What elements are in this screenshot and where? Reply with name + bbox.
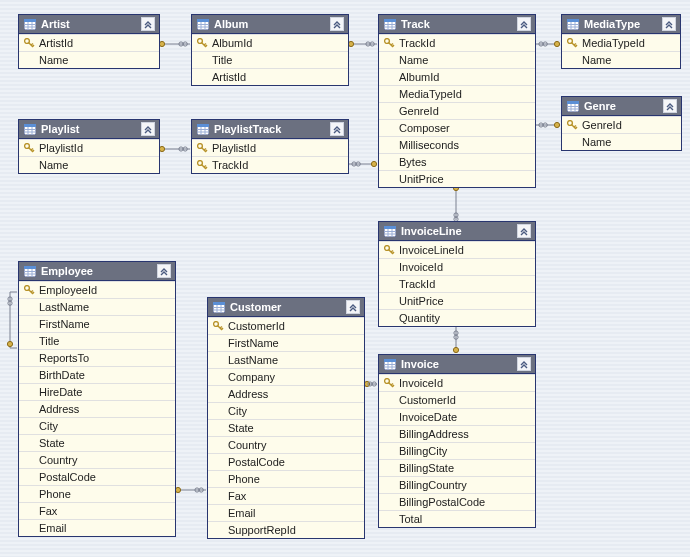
column-row[interactable]: Name — [562, 133, 681, 150]
entity-invoiceline[interactable]: InvoiceLineInvoiceLineIdInvoiceIdTrackId… — [378, 221, 536, 327]
column-row[interactable]: AlbumId — [379, 68, 535, 85]
column-row[interactable]: TrackId — [379, 275, 535, 292]
column-row[interactable]: LastName — [19, 298, 175, 315]
entity-header[interactable]: Album — [192, 15, 348, 34]
key-slot — [383, 122, 395, 134]
collapse-icon[interactable] — [330, 17, 344, 31]
key-slot — [23, 335, 35, 347]
entity-header[interactable]: Employee — [19, 262, 175, 281]
column-row[interactable]: MediaTypeId — [562, 34, 680, 51]
entity-header[interactable]: PlaylistTrack — [192, 120, 348, 139]
primary-key-icon — [566, 119, 578, 131]
column-row[interactable]: BillingAddress — [379, 425, 535, 442]
column-row[interactable]: ArtistId — [192, 68, 348, 85]
entity-playlist[interactable]: PlaylistPlaylistIdName — [18, 119, 160, 174]
column-row[interactable]: UnitPrice — [379, 170, 535, 187]
collapse-icon[interactable] — [346, 300, 360, 314]
entity-header[interactable]: Track — [379, 15, 535, 34]
entity-track[interactable]: TrackTrackIdNameAlbumIdMediaTypeIdGenreI… — [378, 14, 536, 188]
column-row[interactable]: City — [208, 402, 364, 419]
entity-header[interactable]: MediaType — [562, 15, 680, 34]
column-row[interactable]: AlbumId — [192, 34, 348, 51]
column-row[interactable]: UnitPrice — [379, 292, 535, 309]
column-row[interactable]: HireDate — [19, 383, 175, 400]
entity-artist[interactable]: ArtistArtistIdName — [18, 14, 160, 69]
collapse-icon[interactable] — [141, 17, 155, 31]
entity-mediatype[interactable]: MediaTypeMediaTypeIdName — [561, 14, 681, 69]
collapse-icon[interactable] — [517, 357, 531, 371]
column-row[interactable]: InvoiceId — [379, 374, 535, 391]
collapse-icon[interactable] — [141, 122, 155, 136]
column-row[interactable]: Phone — [19, 485, 175, 502]
column-row[interactable]: Address — [19, 400, 175, 417]
column-row[interactable]: State — [208, 419, 364, 436]
column-row[interactable]: TrackId — [192, 156, 348, 173]
column-row[interactable]: PostalCode — [19, 468, 175, 485]
column-row[interactable]: InvoiceId — [379, 258, 535, 275]
column-row[interactable]: PostalCode — [208, 453, 364, 470]
column-row[interactable]: Quantity — [379, 309, 535, 326]
collapse-icon[interactable] — [663, 99, 677, 113]
column-row[interactable]: BillingState — [379, 459, 535, 476]
column-row[interactable]: Title — [192, 51, 348, 68]
column-row[interactable]: InvoiceDate — [379, 408, 535, 425]
column-row[interactable]: InvoiceLineId — [379, 241, 535, 258]
entity-header[interactable]: Genre — [562, 97, 681, 116]
column-row[interactable]: TrackId — [379, 34, 535, 51]
entity-header[interactable]: InvoiceLine — [379, 222, 535, 241]
column-row[interactable]: Name — [19, 51, 159, 68]
column-row[interactable]: EmployeeId — [19, 281, 175, 298]
column-row[interactable]: FirstName — [19, 315, 175, 332]
collapse-icon[interactable] — [662, 17, 676, 31]
column-row[interactable]: Phone — [208, 470, 364, 487]
column-row[interactable]: Email — [19, 519, 175, 536]
entity-album[interactable]: AlbumAlbumIdTitleArtistId — [191, 14, 349, 86]
entity-employee[interactable]: EmployeeEmployeeIdLastNameFirstNameTitle… — [18, 261, 176, 537]
column-row[interactable]: Company — [208, 368, 364, 385]
entity-customer[interactable]: CustomerCustomerIdFirstNameLastNameCompa… — [207, 297, 365, 539]
column-row[interactable]: Country — [19, 451, 175, 468]
column-row[interactable]: BillingPostalCode — [379, 493, 535, 510]
column-row[interactable]: Total — [379, 510, 535, 527]
column-row[interactable]: CustomerId — [379, 391, 535, 408]
column-row[interactable]: ReportsTo — [19, 349, 175, 366]
column-row[interactable]: LastName — [208, 351, 364, 368]
column-row[interactable]: Composer — [379, 119, 535, 136]
entity-playlisttrack[interactable]: PlaylistTrackPlaylistIdTrackId — [191, 119, 349, 174]
column-row[interactable]: Bytes — [379, 153, 535, 170]
column-row[interactable]: State — [19, 434, 175, 451]
entity-header[interactable]: Invoice — [379, 355, 535, 374]
column-row[interactable]: Address — [208, 385, 364, 402]
column-row[interactable]: MediaTypeId — [379, 85, 535, 102]
column-row[interactable]: Fax — [208, 487, 364, 504]
entity-genre[interactable]: GenreGenreIdName — [561, 96, 682, 151]
column-row[interactable]: SupportRepId — [208, 521, 364, 538]
column-row[interactable]: PlaylistId — [19, 139, 159, 156]
column-row[interactable]: GenreId — [379, 102, 535, 119]
column-row[interactable]: Name — [379, 51, 535, 68]
column-row[interactable]: BillingCountry — [379, 476, 535, 493]
collapse-icon[interactable] — [517, 17, 531, 31]
column-row[interactable]: Country — [208, 436, 364, 453]
collapse-icon[interactable] — [517, 224, 531, 238]
column-row[interactable]: PlaylistId — [192, 139, 348, 156]
column-row[interactable]: Email — [208, 504, 364, 521]
column-row[interactable]: Title — [19, 332, 175, 349]
entity-invoice[interactable]: InvoiceInvoiceIdCustomerIdInvoiceDateBil… — [378, 354, 536, 528]
collapse-icon[interactable] — [330, 122, 344, 136]
column-row[interactable]: Fax — [19, 502, 175, 519]
column-row[interactable]: City — [19, 417, 175, 434]
entity-header[interactable]: Playlist — [19, 120, 159, 139]
column-row[interactable]: ArtistId — [19, 34, 159, 51]
entity-header[interactable]: Artist — [19, 15, 159, 34]
column-row[interactable]: GenreId — [562, 116, 681, 133]
column-row[interactable]: Milliseconds — [379, 136, 535, 153]
column-row[interactable]: Name — [562, 51, 680, 68]
column-row[interactable]: FirstName — [208, 334, 364, 351]
entity-header[interactable]: Customer — [208, 298, 364, 317]
column-row[interactable]: CustomerId — [208, 317, 364, 334]
column-row[interactable]: Name — [19, 156, 159, 173]
collapse-icon[interactable] — [157, 264, 171, 278]
column-row[interactable]: BirthDate — [19, 366, 175, 383]
column-row[interactable]: BillingCity — [379, 442, 535, 459]
